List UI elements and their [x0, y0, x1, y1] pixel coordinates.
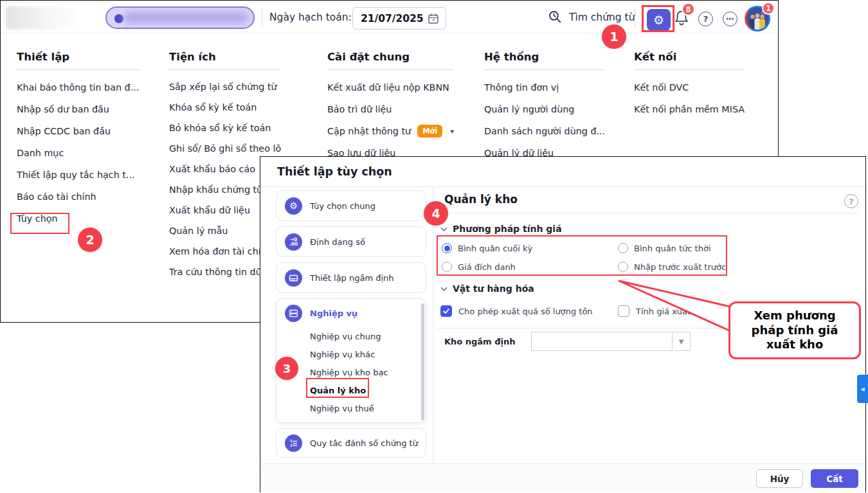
- operations-stack-icon: [285, 305, 302, 322]
- topbar-divider: [262, 8, 262, 27]
- menu-item[interactable]: Kết xuất dữ liệu nộp KBNN: [327, 76, 454, 98]
- step-circle-4: 4: [424, 201, 448, 226]
- highlight-box-pricing-methods: [437, 235, 727, 276]
- more-options-button[interactable]: ⋯: [723, 12, 737, 26]
- menu-item[interactable]: Báo cáo tài chính: [17, 186, 139, 208]
- step-circle-1: 1: [602, 24, 626, 49]
- posting-date-label: Ngày hạch toán:: [269, 12, 352, 23]
- dialog-title: Thiết lập tùy chọn: [277, 165, 392, 178]
- section-pricing-method[interactable]: Phương pháp tính giá: [440, 224, 562, 234]
- svg-text:1: 1: [290, 439, 293, 443]
- menu-item[interactable]: Bỏ khóa sổ kỳ kế toán: [169, 118, 281, 138]
- collapse-panel-tab[interactable]: ◀: [857, 375, 868, 403]
- menu-item[interactable]: Nhập CCDC ban đầu: [17, 120, 139, 142]
- menu-column-thiet-lap: Thiết lậpKhai báo thông tin ban đ...Nhập…: [17, 51, 139, 229]
- menu-item[interactable]: Nhập số dư ban đầu: [17, 98, 139, 120]
- highlight-box-quan-ly-kho: [306, 378, 369, 398]
- callout-tail: [611, 273, 736, 337]
- panel-title: Quản lý kho: [444, 193, 518, 206]
- posting-date-value: 21/07/2025: [361, 13, 428, 24]
- sidebar-subitem-1[interactable]: Nghiệp vụ chung: [310, 327, 381, 345]
- menu-item[interactable]: Bảo trì dữ liệu: [327, 98, 454, 120]
- chevron-down-icon: [440, 227, 448, 231]
- sidebar-divider: [433, 187, 433, 463]
- find-voucher-label: Tìm chứng từ: [569, 12, 635, 23]
- triangle-left-icon: ◀: [860, 386, 864, 392]
- step-circle-2: 2: [78, 228, 102, 252]
- menu-column-ket-noi: Kết nốiKết nối DVCKết nối phần mềm MISA: [634, 51, 745, 120]
- menu-item[interactable]: Sắp xếp lại số chứng từ: [169, 76, 281, 97]
- gear-icon: ⚙: [285, 197, 302, 215]
- menu-item[interactable]: Kết nối DVC: [634, 76, 745, 98]
- panel-help-button[interactable]: ?: [844, 194, 858, 208]
- pill-blurred-content: [123, 12, 248, 24]
- question-icon: ?: [849, 197, 853, 206]
- menu-item[interactable]: Danh sách người dùng đ...: [484, 120, 605, 142]
- notification-badge: 8: [682, 3, 695, 16]
- default-warehouse-label: Kho ngầm định: [444, 337, 515, 346]
- defaults-drive-icon: [285, 269, 302, 287]
- ellipsis-icon: ⋯: [726, 14, 734, 24]
- numbered-list-icon: 12: [285, 435, 302, 452]
- avatar-badge: 1: [762, 2, 775, 15]
- menu-item[interactable]: Cập nhật thông tưMới▾: [327, 120, 454, 142]
- callout-bubble: Xem phương pháp tính giá xuất kho: [728, 301, 861, 359]
- topbar-divider: [635, 8, 635, 27]
- section-vat-tu-hang-hoa[interactable]: Vật tư hàng hóa: [440, 283, 534, 294]
- caret-down-icon: ▾: [450, 127, 454, 136]
- pill-dot-icon: [114, 14, 123, 23]
- checkbox-option[interactable]: Cho phép xuất quá số lượng tồn: [440, 303, 618, 319]
- app-logo: [6, 6, 75, 30]
- app-screenshot: Ngày hạch toán: 21/07/2025 Tìm chứng từ …: [0, 0, 868, 493]
- menu-item[interactable]: Danh mục: [17, 142, 139, 164]
- sidebar-group-nghiep-vu: Nghiệp vụ Nghiệp vụ chungNghiệp vụ khácN…: [276, 298, 426, 423]
- search-icon: [547, 9, 563, 25]
- posting-date-input[interactable]: 21/07/2025: [352, 7, 446, 30]
- number-format-icon: →0.00: [285, 233, 302, 251]
- new-badge: Mới: [417, 125, 442, 138]
- menu-column-cai-dat-chung: Cài đặt chungKết xuất dữ liệu nộp KBNNBả…: [327, 51, 454, 164]
- highlight-box-tuy-chon: [10, 213, 69, 234]
- svg-text:2: 2: [290, 443, 293, 447]
- sidebar-subitem-5[interactable]: Nghiệp vụ thuế: [310, 399, 374, 417]
- menu-item[interactable]: Kết nối phần mềm MISA: [634, 98, 745, 120]
- menu-item[interactable]: Quản lý người dùng: [484, 98, 605, 120]
- save-button[interactable]: Cất: [811, 469, 858, 488]
- menu-item[interactable]: Khai báo thông tin ban đ...: [17, 76, 139, 98]
- checkbox-icon[interactable]: [440, 305, 452, 317]
- menu-item[interactable]: Thiết lập quy tắc hạch t...: [17, 164, 139, 186]
- sidebar-item-tuy-chon-chung[interactable]: ⚙ Tùy chọn chung: [276, 190, 426, 221]
- calendar-icon[interactable]: [428, 13, 439, 24]
- highlight-box-gear: [642, 5, 674, 32]
- sidebar-scrollbar[interactable]: [421, 303, 424, 420]
- step-circle-3: 3: [275, 357, 298, 380]
- topbar-bottom-border: [1, 33, 777, 33]
- question-icon: ?: [703, 14, 709, 24]
- sidebar-item-dinh-dang-so[interactable]: →0.00 Định dạng số: [276, 226, 426, 257]
- chevron-down-icon: [440, 287, 448, 291]
- sidebar-item-nghiep-vu[interactable]: Nghiệp vụ: [276, 299, 426, 327]
- find-voucher-button[interactable]: Tìm chứng từ: [547, 9, 635, 25]
- cancel-button[interactable]: Hủy: [756, 469, 803, 488]
- dialog-title-divider: [260, 186, 865, 187]
- module-switcher-pill[interactable]: [105, 6, 255, 29]
- panel-title-divider: [440, 213, 859, 213]
- help-button[interactable]: ?: [698, 12, 713, 26]
- menu-item[interactable]: Thông tin đơn vị: [484, 76, 605, 98]
- sidebar-item-quy-tac-danh-so[interactable]: 12 Quy tắc đánh số chứng từ: [276, 428, 426, 458]
- sidebar-item-thiet-lap-ngam-dinh[interactable]: Thiết lập ngầm định: [276, 262, 426, 293]
- menu-item[interactable]: Khóa sổ kỳ kế toán: [169, 97, 281, 118]
- sidebar-subitem-2[interactable]: Nghiệp vụ khác: [310, 345, 375, 363]
- menu-column-he-thong: Hệ thốngThông tin đơn vịQuản lý người dù…: [484, 51, 605, 164]
